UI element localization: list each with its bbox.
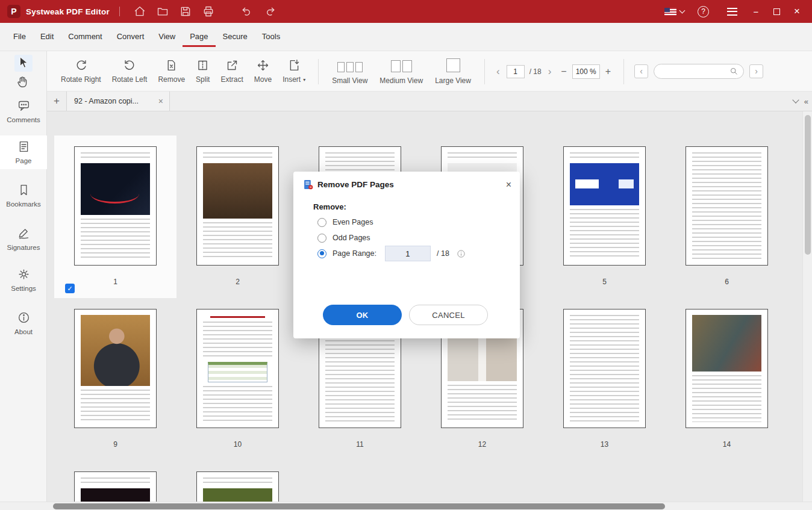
toolbar-divider bbox=[623, 59, 624, 84]
page-thumbnail[interactable] bbox=[196, 309, 279, 428]
sidebar-item-comments[interactable]: Comments bbox=[0, 95, 47, 123]
page-select-checkbox[interactable]: ✓ bbox=[65, 284, 75, 293]
menu-file[interactable]: File bbox=[6, 27, 33, 47]
language-caret-icon[interactable] bbox=[679, 8, 686, 14]
zoom-out-icon[interactable]: − bbox=[555, 66, 572, 77]
menu-edit[interactable]: Edit bbox=[33, 27, 61, 47]
language-flag-icon[interactable] bbox=[664, 8, 676, 16]
page-thumbnail-cell[interactable]: 14 bbox=[666, 298, 788, 461]
sidebar-item-bookmarks[interactable]: Bookmarks bbox=[0, 179, 47, 208]
search-input[interactable] bbox=[659, 67, 729, 76]
select-tool-button[interactable] bbox=[14, 55, 33, 72]
sidebar-item-about[interactable]: About bbox=[0, 306, 47, 335]
vertical-scrollbar-thumb[interactable] bbox=[805, 115, 811, 255]
print-icon[interactable] bbox=[202, 5, 214, 17]
next-page-icon[interactable]: › bbox=[544, 66, 556, 78]
large-view-button[interactable]: Large View bbox=[429, 58, 477, 85]
home-icon[interactable] bbox=[134, 5, 146, 17]
option-odd-pages[interactable]: Odd Pages bbox=[317, 233, 520, 243]
page-thumbnail-cell[interactable] bbox=[54, 461, 176, 502]
cancel-button[interactable]: CANCEL bbox=[409, 305, 488, 325]
pan-tool-button[interactable] bbox=[16, 75, 29, 91]
page-thumbnail[interactable] bbox=[686, 146, 768, 266]
bookmark-icon bbox=[17, 184, 30, 196]
document-tab-bar: + 92 - Amazon copi... × « bbox=[47, 92, 812, 111]
redo-icon[interactable] bbox=[264, 5, 276, 17]
rotate-left-button[interactable]: Rotate Left bbox=[107, 59, 153, 84]
dialog-header: Remove PDF Pages × bbox=[293, 172, 520, 190]
undo-icon[interactable] bbox=[241, 5, 253, 17]
close-button[interactable]: × bbox=[787, 5, 807, 17]
dialog-title: Remove PDF Pages bbox=[317, 180, 394, 189]
page-thumbnail[interactable] bbox=[196, 146, 279, 266]
move-button[interactable]: Move bbox=[249, 59, 277, 84]
sidebar-item-signatures[interactable]: Signatures bbox=[0, 222, 47, 251]
page-thumbnail-cell[interactable] bbox=[176, 461, 299, 502]
option-page-range[interactable]: Page Range: / 18 bbox=[317, 249, 520, 258]
dialog-buttons: OK CANCEL bbox=[323, 305, 488, 325]
dialog-close-icon[interactable]: × bbox=[506, 181, 511, 189]
open-folder-icon[interactable] bbox=[157, 5, 169, 17]
page-thumbnail-cell[interactable]: 13 bbox=[543, 298, 666, 461]
search-next-button[interactable]: › bbox=[749, 64, 763, 78]
zoom-in-icon[interactable]: + bbox=[600, 66, 616, 77]
rotate-right-button[interactable]: Rotate Right bbox=[55, 59, 107, 84]
page-thumbnail[interactable] bbox=[74, 471, 157, 502]
page-thumbnail[interactable] bbox=[74, 146, 157, 266]
page-thumbnail[interactable] bbox=[196, 471, 279, 502]
minimize-button[interactable]: − bbox=[746, 7, 766, 17]
remove-page-icon bbox=[165, 59, 178, 72]
page-thumbnail-cell[interactable]: 6 bbox=[666, 135, 788, 298]
save-icon[interactable] bbox=[180, 5, 192, 17]
search-icon bbox=[729, 67, 739, 76]
horizontal-scrollbar-thumb[interactable] bbox=[53, 503, 665, 509]
sidebar-item-settings[interactable]: Settings bbox=[0, 263, 47, 292]
radio-odd-pages[interactable] bbox=[317, 234, 326, 243]
page-thumbnail[interactable] bbox=[686, 309, 768, 428]
menu-page[interactable]: Page bbox=[183, 27, 215, 47]
tab-close-icon[interactable]: × bbox=[158, 96, 163, 106]
page-thumbnail-cell[interactable]: 10 bbox=[176, 298, 299, 461]
radio-even-pages[interactable] bbox=[317, 218, 326, 227]
extract-button[interactable]: Extract bbox=[215, 59, 248, 84]
zoom-level[interactable]: 100 % bbox=[572, 64, 600, 79]
page-thumbnail[interactable] bbox=[563, 309, 646, 428]
page-thumbnail-cell[interactable]: 2 bbox=[176, 135, 299, 298]
medium-view-button[interactable]: Medium View bbox=[373, 58, 429, 85]
page-thumbnail[interactable] bbox=[563, 146, 646, 266]
document-tab[interactable]: 92 - Amazon copi... × bbox=[66, 92, 170, 111]
info-icon bbox=[17, 311, 30, 324]
range-info-icon[interactable] bbox=[457, 249, 466, 258]
sidebar-item-page[interactable]: Page bbox=[0, 135, 47, 169]
option-even-pages[interactable]: Even Pages bbox=[317, 217, 520, 227]
page-range-input[interactable] bbox=[385, 246, 431, 261]
page-thumbnail-cell[interactable]: 9 bbox=[54, 298, 176, 461]
split-button[interactable]: Split bbox=[190, 59, 215, 84]
small-view-button[interactable]: Small View bbox=[326, 58, 373, 85]
page-number-input[interactable] bbox=[507, 65, 525, 78]
maximize-button[interactable] bbox=[766, 7, 787, 17]
add-tab-button[interactable]: + bbox=[47, 95, 66, 107]
search-box[interactable] bbox=[654, 64, 744, 79]
help-icon[interactable]: ? bbox=[698, 6, 709, 17]
search-prev-button[interactable]: ‹ bbox=[634, 64, 648, 78]
horizontal-scrollbar[interactable] bbox=[0, 502, 812, 510]
page-thumbnail-cell[interactable]: 1✓ bbox=[54, 135, 176, 298]
insert-caret-icon[interactable]: ▾ bbox=[303, 77, 305, 82]
menu-convert[interactable]: Convert bbox=[110, 27, 152, 47]
menu-tools[interactable]: Tools bbox=[255, 27, 287, 47]
page-thumbnail-cell[interactable]: 5 bbox=[543, 135, 666, 298]
hamburger-menu-icon[interactable] bbox=[727, 8, 737, 16]
menu-comment[interactable]: Comment bbox=[61, 27, 109, 47]
insert-button[interactable]: Insert▾ bbox=[277, 59, 311, 84]
collapse-panel-icon[interactable]: « bbox=[804, 97, 808, 106]
menu-secure[interactable]: Secure bbox=[216, 27, 255, 47]
tab-list-chevron-icon[interactable] bbox=[792, 96, 799, 103]
ok-button[interactable]: OK bbox=[323, 305, 402, 325]
page-thumbnail[interactable] bbox=[74, 309, 157, 428]
radio-page-range[interactable] bbox=[317, 249, 326, 258]
remove-button[interactable]: Remove bbox=[152, 59, 190, 84]
vertical-scrollbar[interactable] bbox=[802, 111, 812, 502]
prev-page-icon[interactable]: ‹ bbox=[492, 66, 504, 78]
menu-view[interactable]: View bbox=[151, 27, 183, 47]
